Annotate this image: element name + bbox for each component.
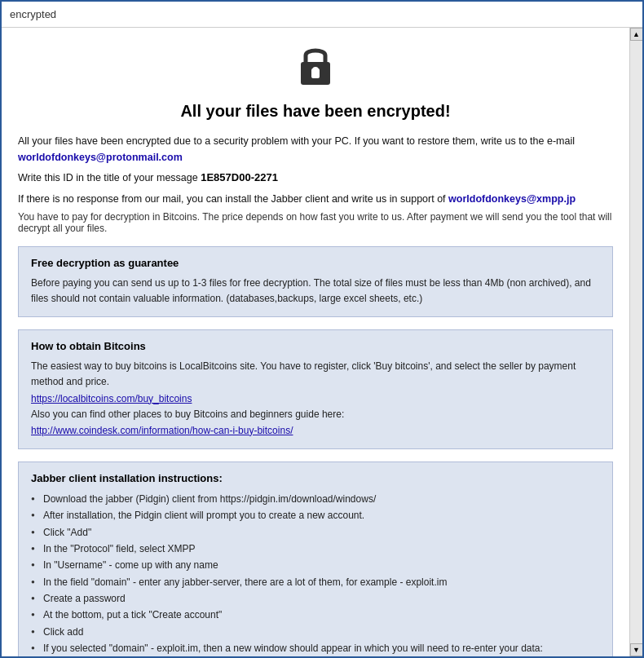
jabber-bullet-8: Click add	[31, 624, 600, 640]
intro-line3: If there is no response from our mail, y…	[18, 191, 613, 207]
coindesk-link[interactable]: http://www.coindesk.com/information/how-…	[31, 425, 600, 436]
jabber-bullet-2: Click "Add"	[31, 524, 600, 541]
section-free-decryption-text: Before paying you can send us up to 1-3 …	[31, 276, 600, 307]
jabber-bullet-4: In "Username" - come up with any name	[31, 557, 600, 573]
jabber-bullet-6: Create a password	[31, 590, 600, 607]
jabber-bullet-7: At the bottom, put a tick "Create accoun…	[31, 607, 600, 623]
section-jabber-title: Jabber client installation instructions:	[31, 472, 600, 484]
main-content: All your files have been encrypted! All …	[2, 28, 629, 656]
intro-line2: Write this ID in the title of your messa…	[18, 170, 613, 187]
localbitcoins-link[interactable]: https://localbitcoins.com/buy_bitcoins	[31, 393, 600, 404]
jabber-highlight: worldofdonkeys@xmpp.jp	[448, 193, 576, 205]
scrollbar: ▲ ▼	[629, 28, 642, 656]
section-free-decryption-title: Free decryption as guarantee	[31, 257, 600, 269]
jabber-bullet-0: Download the jabber (Pidgin) client from…	[31, 491, 600, 507]
payment-note: You have to pay for decryption in Bitcoi…	[18, 211, 613, 234]
jabber-bullet-3: In the "Protocol" field, select XMPP	[31, 541, 600, 557]
intro-line1: All your files have been encrypted due t…	[18, 133, 613, 166]
section-bitcoins-title: How to obtain Bitcoins	[31, 340, 600, 352]
scroll-track[interactable]	[630, 41, 642, 643]
email-highlight: worldofdonkeys@protonmail.com	[18, 152, 183, 163]
section-bitcoins-text2: Also you can find other places to buy Bi…	[31, 407, 600, 422]
svg-point-2	[312, 67, 319, 73]
jabber-bullet-5: In the field "domain" - enter any jabber…	[31, 574, 600, 590]
jabber-conditional-bullet: If you selected "domain" - exploit.im, t…	[31, 640, 600, 656]
scroll-down-button[interactable]: ▼	[630, 643, 643, 656]
section-free-decryption: Free decryption as guarantee Before payi…	[18, 246, 613, 317]
section-bitcoins-text1: The easiest way to buy bitcoins is Local…	[31, 359, 600, 390]
jabber-bullet-list: Download the jabber (Pidgin) client from…	[31, 491, 600, 656]
lock-icon	[18, 44, 613, 94]
scroll-up-button[interactable]: ▲	[630, 28, 643, 41]
jabber-bullet-1: After installation, the Pidgin client wi…	[31, 507, 600, 523]
title-bar: encrypted	[2, 2, 642, 28]
section-bitcoins: How to obtain Bitcoins The easiest way t…	[18, 329, 613, 449]
main-window: encrypted All your files have been encry…	[0, 0, 644, 658]
main-title: All your files have been encrypted!	[18, 102, 613, 121]
id-highlight: 1E857D00-2271	[201, 171, 278, 183]
window-title: encrypted	[10, 8, 56, 20]
section-jabber: Jabber client installation instructions:…	[18, 461, 613, 656]
